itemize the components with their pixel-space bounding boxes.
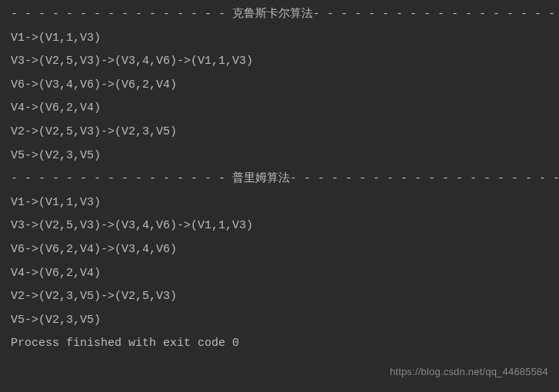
- output-line: V4->(V6,2,V4): [11, 97, 548, 121]
- output-line: V5->(V2,3,V5): [11, 145, 548, 168]
- output-line: V1->(V1,1,V3): [11, 27, 548, 51]
- console-output: - - - - - - - - - - - - - - - - 克鲁斯卡尔算法-…: [11, 3, 548, 356]
- output-line: V2->(V2,5,V3)->(V2,3,V5): [11, 121, 548, 145]
- output-line: - - - - - - - - - - - - - - - - 普里姆算法- -…: [11, 168, 548, 191]
- output-line: V3->(V2,5,V3)->(V3,4,V6)->(V1,1,V3): [11, 50, 548, 74]
- output-line: V1->(V1,1,V3): [11, 191, 548, 215]
- output-line: V5->(V2,3,V5): [11, 309, 548, 333]
- output-line: V2->(V2,3,V5)->(V2,5,V3): [11, 285, 548, 309]
- output-line: V3->(V2,5,V3)->(V3,4,V6)->(V1,1,V3): [11, 214, 548, 238]
- output-line: - - - - - - - - - - - - - - - - 克鲁斯卡尔算法-…: [11, 3, 548, 27]
- output-line: V6->(V3,4,V6)->(V6,2,V4): [11, 74, 548, 98]
- output-line: Process finished with exit code 0: [11, 332, 548, 356]
- output-line: V6->(V6,2,V4)->(V3,4,V6): [11, 238, 548, 262]
- watermark-text: https://blog.csdn.net/qq_44685584: [390, 362, 548, 383]
- output-line: V4->(V6,2,V4): [11, 262, 548, 286]
